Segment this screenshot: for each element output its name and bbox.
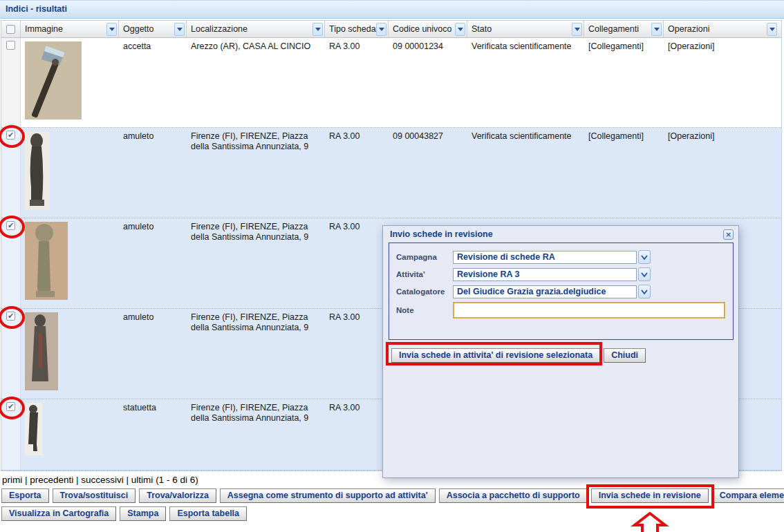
cell-codice-univoco: 09 00043827 (389, 128, 467, 218)
chiudi-button[interactable]: Chiudi (604, 348, 646, 363)
chevron-down-icon (379, 28, 384, 31)
cell-tipo-scheda: RA 3.00 (325, 309, 389, 399)
dark-amulet-photo[interactable] (25, 131, 50, 210)
invio-schede-dialog: Invio schede in revisione × CampagnaRevi… (382, 225, 739, 478)
row-checkbox-cell: ✔ (1, 399, 21, 470)
image-cell (21, 309, 119, 399)
trova-sostituisci-button[interactable]: Trova/sostituisci (53, 488, 136, 503)
column-menu-arrow[interactable] (767, 23, 777, 36)
button-wrap-compara-elementi-selezionati: Compara elementi selezionati (712, 488, 784, 503)
close-icon[interactable]: × (723, 229, 734, 240)
column-header-operazioni[interactable]: Operazioni (664, 21, 778, 37)
button-wrap-assegna-come-strumento-di-supporto-ad-attivita: Assegna come strumento di supporto ad at… (220, 488, 436, 503)
cell-codice-univoco: 09 00001234 (389, 38, 467, 127)
image-cell (21, 399, 119, 470)
pager-separator: | (22, 475, 30, 485)
pager-separator: | (73, 475, 81, 485)
dialog-buttons: Invia schede in attivita' di revisione s… (391, 348, 649, 363)
column-menu-arrow[interactable] (651, 23, 662, 36)
cell-collegamenti[interactable]: [Collegamenti] (584, 38, 664, 127)
dropdown-arrow-button[interactable] (638, 267, 651, 281)
button-wrap-trova-sostituisci: Trova/sostituisci (53, 488, 136, 503)
chevron-down-icon (769, 28, 775, 31)
campagna-select[interactable]: Revisione di schede RA (453, 251, 637, 264)
assegna-come-strumento-di-supporto-ad-attivita-button[interactable]: Assegna come strumento di supporto ad at… (220, 488, 436, 503)
button-wrap-invia-schede-in-revisione: Invia schede in revisione (591, 488, 709, 503)
select-all-checkbox[interactable] (6, 25, 15, 34)
table-row: accettaArezzo (AR), CASA AL CINCIORA 3.0… (1, 38, 781, 128)
row-checkbox[interactable]: ✔ (6, 312, 15, 321)
column-header-codice-univoco[interactable]: Codice univoco (389, 21, 467, 37)
compara-elementi-selezionati-button[interactable]: Compara elementi selezionati (712, 488, 784, 503)
esporta-button[interactable]: Esporta (1, 488, 49, 503)
invia-schede-in-attivita-di-revisione-selezionata-button[interactable]: Invia schede in attivita' di revisione s… (391, 348, 600, 363)
column-header-immagine[interactable]: Immagine (21, 21, 119, 37)
field-label-campagna: Campagna (396, 253, 453, 261)
catalogatore-select[interactable]: Del Giudice Grazia grazia.delgiudice (453, 285, 637, 298)
chevron-down-icon (458, 28, 463, 31)
row-checkbox[interactable] (6, 41, 15, 50)
cell-localizzazione: Arezzo (AR), CASA AL CINCIO (187, 38, 325, 127)
stampa-button[interactable]: Stampa (120, 506, 166, 521)
column-menu-arrow[interactable] (572, 23, 582, 36)
cell-tipo-scheda: RA 3.00 (325, 38, 389, 127)
associa-a-pacchetto-di-supporto-button[interactable]: Associa a pacchetto di supporto (439, 488, 588, 503)
button-wrap-esporta-tabella: Esporta tabella (169, 506, 247, 521)
annotation-arrow-up-icon (631, 512, 669, 532)
column-header-tipo-scheda[interactable]: Tipo scheda (325, 21, 389, 37)
pager-link-ultimi[interactable]: ultimi (131, 475, 153, 485)
column-header-collegamenti[interactable]: Collegamenti (584, 21, 664, 37)
esporta-tabella-button[interactable]: Esporta tabella (169, 506, 247, 521)
column-header-label: Tipo scheda (329, 24, 376, 34)
column-header-label: Oggetto (123, 24, 153, 34)
image-cell (21, 128, 119, 218)
visualizza-in-cartografia-button[interactable]: Visualizza in Cartografia (1, 506, 116, 521)
row-checkbox-cell: ✔ (1, 309, 21, 399)
dropdown-arrow-button[interactable] (638, 285, 651, 298)
field-label-attivita: Attivita' (396, 270, 453, 278)
column-header-localizzazione[interactable]: Localizzazione (187, 21, 325, 37)
dialog-title: Invio schede in revisione (390, 229, 493, 239)
column-header-oggetto[interactable]: Oggetto (119, 21, 187, 37)
cell-localizzazione: Firenze (FI), FIRENZE, Piazza della Sant… (187, 399, 325, 470)
cell-tipo-scheda: RA 3.00 (325, 218, 389, 308)
image-cell (21, 218, 119, 308)
cell-operazioni[interactable]: [Operazioni] (664, 38, 778, 127)
small-statuette-photo[interactable] (25, 403, 43, 455)
pagination: primi | precedenti | successivi | ultimi… (2, 475, 198, 485)
cell-collegamenti[interactable]: [Collegamenti] (584, 128, 664, 218)
column-menu-arrow[interactable] (106, 23, 117, 36)
note-input[interactable] (453, 302, 725, 319)
cell-localizzazione: Firenze (FI), FIRENZE, Piazza della Sant… (187, 218, 325, 308)
column-menu-arrow[interactable] (312, 23, 323, 36)
column-header-label: Operazioni (668, 24, 709, 34)
attivita-select[interactable]: Revisione RA 3 (453, 268, 637, 281)
trova-valorizza-button[interactable]: Trova/valorizza (139, 488, 216, 503)
column-menu-arrow[interactable] (376, 23, 386, 36)
field-row-catalogatore: CatalogatoreDel Giudice Grazia grazia.de… (396, 285, 726, 298)
panel-title: Indici - risultati (6, 4, 67, 14)
pager-link-precedenti[interactable]: precedenti (30, 475, 73, 485)
pager-link-primi[interactable]: primi (2, 475, 22, 485)
row-checkbox[interactable]: ✔ (6, 402, 15, 411)
green-amulet-photo[interactable] (25, 222, 68, 300)
cell-operazioni[interactable]: [Operazioni] (664, 128, 778, 218)
dropdown-arrow-button[interactable] (638, 250, 651, 264)
column-header-stato[interactable]: Stato (467, 21, 584, 37)
button-wrap-stampa: Stampa (120, 506, 166, 521)
column-menu-arrow[interactable] (455, 23, 465, 36)
field-row-note: Note (396, 302, 726, 319)
chevron-down-icon (315, 28, 321, 31)
column-menu-arrow[interactable] (174, 23, 185, 36)
row-checkbox[interactable]: ✔ (6, 221, 15, 230)
axe-photo[interactable] (25, 41, 82, 120)
gray-figure-photo[interactable] (25, 312, 58, 390)
cell-localizzazione: Firenze (FI), FIRENZE, Piazza della Sant… (187, 128, 325, 218)
cell-stato: Verificata scientificamente (467, 38, 584, 127)
app-root: Indici - risultati ImmagineOggettoLocali… (0, 0, 784, 532)
pager-range: (1 - 6 di 6) (153, 475, 198, 485)
invia-schede-in-revisione-button[interactable]: Invia schede in revisione (591, 488, 709, 503)
pager-link-successivi[interactable]: successivi (81, 475, 124, 485)
row-checkbox[interactable]: ✔ (6, 131, 15, 140)
button-wrap-trova-valorizza: Trova/valorizza (139, 488, 216, 503)
